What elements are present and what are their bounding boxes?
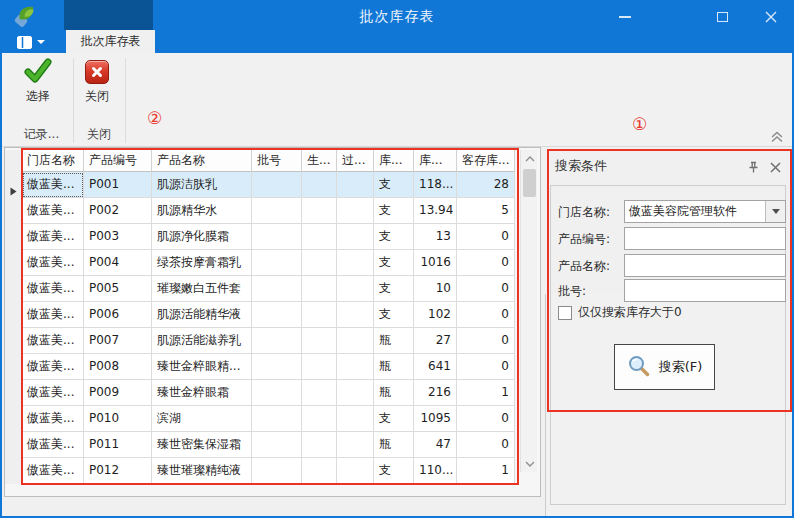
table-cell[interactable]: 瓶 <box>374 354 414 380</box>
minimize-button[interactable] <box>602 3 647 30</box>
table-cell[interactable]: 216 <box>414 380 457 406</box>
table-cell[interactable]: 傲蓝美... <box>22 172 84 198</box>
table-cell[interactable]: 傲蓝美... <box>22 224 84 250</box>
search-button[interactable]: 搜索(F) <box>614 344 715 390</box>
table-cell[interactable]: 肌源活能精华液 <box>152 302 252 328</box>
table-cell[interactable] <box>337 328 374 354</box>
table-cell[interactable]: P008 <box>84 354 152 380</box>
table-cell[interactable] <box>337 250 374 276</box>
table-cell[interactable] <box>302 380 337 406</box>
table-cell[interactable]: 0 <box>457 224 515 250</box>
table-cell[interactable]: 支 <box>374 302 414 328</box>
table-cell[interactable] <box>337 354 374 380</box>
column-header[interactable]: 产品名称 <box>152 150 252 172</box>
table-cell[interactable] <box>337 172 374 198</box>
table-row[interactable]: 傲蓝美...P011臻世密集保湿霜瓶470 <box>22 432 515 458</box>
table-cell[interactable] <box>252 302 302 328</box>
table-cell[interactable] <box>337 198 374 224</box>
table-cell[interactable]: 支 <box>374 172 414 198</box>
table-cell[interactable]: 1095 <box>414 406 457 432</box>
table-cell[interactable] <box>252 432 302 458</box>
table-cell[interactable] <box>337 302 374 328</box>
product-code-input[interactable] <box>624 227 786 250</box>
table-cell[interactable]: 0 <box>457 302 515 328</box>
table-row[interactable]: 傲蓝美...P012臻世璀璨精纯液支110...1 <box>22 458 515 484</box>
table-cell[interactable] <box>337 276 374 302</box>
table-cell[interactable]: 支 <box>374 224 414 250</box>
table-cell[interactable] <box>252 380 302 406</box>
table-cell[interactable]: 27 <box>414 328 457 354</box>
table-cell[interactable]: 傲蓝美... <box>22 276 84 302</box>
table-cell[interactable] <box>302 224 337 250</box>
table-cell[interactable]: 13.94 <box>414 198 457 224</box>
table-cell[interactable]: P001 <box>84 172 152 198</box>
table-cell[interactable] <box>252 224 302 250</box>
table-cell[interactable]: 滨湖 <box>152 406 252 432</box>
table-cell[interactable] <box>252 406 302 432</box>
table-row[interactable]: 傲蓝美...P007肌源活能滋养乳瓶270 <box>22 328 515 354</box>
table-cell[interactable]: 1 <box>457 458 515 484</box>
table-cell[interactable]: P007 <box>84 328 152 354</box>
table-cell[interactable]: P002 <box>84 198 152 224</box>
table-row[interactable]: 傲蓝美...P009臻世金粹眼霜瓶2161 <box>22 380 515 406</box>
table-cell[interactable]: 傲蓝美... <box>22 250 84 276</box>
column-header[interactable]: 客存库... <box>457 150 515 172</box>
batch-no-input[interactable] <box>624 279 786 302</box>
table-cell[interactable] <box>302 354 337 380</box>
table-cell[interactable] <box>337 224 374 250</box>
column-header[interactable]: 门店名称 <box>22 150 84 172</box>
scroll-down-button[interactable] <box>521 455 538 472</box>
table-cell[interactable]: P012 <box>84 458 152 484</box>
table-cell[interactable]: 0 <box>457 276 515 302</box>
table-cell[interactable]: 绿茶按摩膏霜乳 <box>152 250 252 276</box>
ribbon-display-options-button[interactable] <box>17 33 51 51</box>
column-header[interactable]: 库... <box>374 150 414 172</box>
table-cell[interactable]: 傲蓝美... <box>22 406 84 432</box>
table-cell[interactable] <box>302 406 337 432</box>
column-header[interactable]: 批号 <box>252 150 302 172</box>
table-cell[interactable]: 瓶 <box>374 328 414 354</box>
table-cell[interactable] <box>337 458 374 484</box>
table-cell[interactable]: 47 <box>414 432 457 458</box>
table-cell[interactable]: 641 <box>414 354 457 380</box>
table-cell[interactable]: 傲蓝美... <box>22 458 84 484</box>
table-cell[interactable]: 1 <box>457 380 515 406</box>
column-header[interactable]: 过... <box>337 150 374 172</box>
scroll-up-button[interactable] <box>521 150 538 167</box>
close-tool-button[interactable]: 关闭 <box>73 58 121 116</box>
table-cell[interactable] <box>252 250 302 276</box>
table-cell[interactable]: 傲蓝美... <box>22 354 84 380</box>
table-cell[interactable] <box>302 172 337 198</box>
table-cell[interactable]: 0 <box>457 406 515 432</box>
table-cell[interactable]: 肌源精华水 <box>152 198 252 224</box>
scrollbar-thumb[interactable] <box>523 169 536 197</box>
table-cell[interactable]: 璀璨嫩白五件套 <box>152 276 252 302</box>
table-cell[interactable] <box>252 328 302 354</box>
table-cell[interactable]: 瓶 <box>374 380 414 406</box>
table-cell[interactable]: 傲蓝美... <box>22 328 84 354</box>
table-cell[interactable] <box>337 406 374 432</box>
table-cell[interactable] <box>337 432 374 458</box>
vertical-scrollbar[interactable] <box>520 150 537 472</box>
table-cell[interactable]: P011 <box>84 432 152 458</box>
table-cell[interactable]: 臻世璀璨精纯液 <box>152 458 252 484</box>
table-cell[interactable]: 118... <box>414 172 457 198</box>
table-cell[interactable]: 瓶 <box>374 432 414 458</box>
table-cell[interactable] <box>252 276 302 302</box>
table-cell[interactable]: 0 <box>457 250 515 276</box>
table-cell[interactable]: P004 <box>84 250 152 276</box>
table-cell[interactable]: 傲蓝美... <box>22 432 84 458</box>
close-panel-button[interactable] <box>767 159 783 175</box>
table-cell[interactable]: P005 <box>84 276 152 302</box>
column-header[interactable]: 产品编号 <box>84 150 152 172</box>
table-row[interactable]: 傲蓝美...P005璀璨嫩白五件套支100 <box>22 276 515 302</box>
table-cell[interactable]: 5 <box>457 198 515 224</box>
table-cell[interactable]: 臻世密集保湿霜 <box>152 432 252 458</box>
table-cell[interactable]: 13 <box>414 224 457 250</box>
table-row[interactable]: 傲蓝美...P002肌源精华水支13.945 <box>22 198 515 224</box>
table-cell[interactable] <box>252 198 302 224</box>
table-cell[interactable]: 傲蓝美... <box>22 302 84 328</box>
table-cell[interactable]: P010 <box>84 406 152 432</box>
table-cell[interactable]: 1016 <box>414 250 457 276</box>
product-name-input[interactable] <box>624 254 786 277</box>
